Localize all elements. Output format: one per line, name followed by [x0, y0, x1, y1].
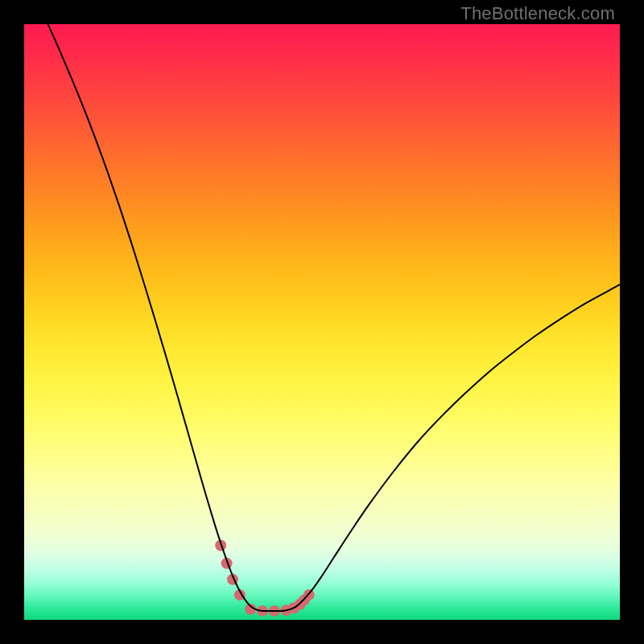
gradient-background [24, 24, 620, 620]
chart-frame [24, 24, 620, 620]
watermark-text: TheBottleneck.com [460, 3, 615, 24]
bottleneck-chart [24, 24, 620, 620]
